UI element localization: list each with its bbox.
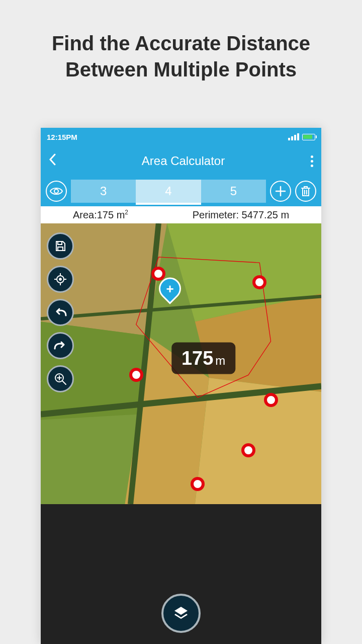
eye-icon — [50, 187, 63, 196]
status-bar: 12:15PM — [41, 128, 321, 146]
add-button[interactable] — [270, 181, 291, 202]
tab-5[interactable]: 5 — [201, 180, 266, 203]
measurement-info-row: Area:175 m2 Perimeter: 5477.25 m — [41, 206, 321, 223]
map-side-actions — [47, 232, 74, 392]
perimeter-readout: Perimeter: 5477.25 m — [193, 209, 289, 221]
floppy-icon — [54, 240, 66, 252]
polygon-vertex[interactable] — [241, 443, 255, 457]
signal-icon — [288, 133, 299, 140]
map-canvas[interactable]: + 175 m — [41, 223, 321, 644]
measurement-chip: 175 m — [171, 342, 235, 374]
zoom-in-button[interactable] — [47, 365, 74, 392]
visibility-button[interactable] — [46, 181, 67, 202]
save-button[interactable] — [47, 232, 74, 260]
crosshair-icon — [54, 273, 67, 286]
promo-headline: Find the Accurate Distance Between Multi… — [0, 0, 362, 103]
locate-button[interactable] — [47, 266, 74, 293]
polygon-vertex[interactable] — [264, 393, 278, 407]
overflow-menu-button[interactable] — [311, 155, 313, 167]
phone-frame: 12:15PM Area Calculator 3 4 5 Area:175 — [41, 128, 321, 644]
polygon-vertex[interactable] — [129, 368, 143, 382]
trash-icon — [301, 186, 311, 197]
measurement-value: 175 — [182, 347, 213, 369]
tab-3[interactable]: 3 — [71, 180, 136, 203]
plus-icon — [275, 186, 286, 197]
promo-line2: Between Multiple Points — [15, 56, 347, 83]
layers-icon — [171, 604, 191, 623]
svg-point-9 — [59, 278, 62, 281]
polygon-vertex[interactable] — [191, 477, 205, 491]
shape-tabs: 3 4 5 — [71, 180, 266, 203]
undo-button[interactable] — [47, 299, 74, 326]
status-time: 12:15PM — [47, 133, 77, 141]
redo-icon — [54, 341, 67, 351]
app-title: Area Calculator — [56, 154, 311, 168]
layers-button[interactable] — [161, 594, 201, 633]
add-point-marker[interactable]: + — [159, 277, 181, 299]
polygon-vertex[interactable] — [252, 275, 266, 289]
toolbar: 3 4 5 — [41, 176, 321, 206]
promo-line1: Find the Accurate Distance — [15, 30, 347, 56]
back-button[interactable] — [49, 153, 56, 169]
chevron-left-icon — [49, 153, 56, 166]
tab-4[interactable]: 4 — [136, 180, 201, 203]
svg-point-0 — [54, 189, 58, 193]
pin-icon: + — [154, 273, 186, 304]
area-readout: Area:175 m2 — [73, 209, 128, 221]
battery-icon — [302, 134, 315, 140]
delete-button[interactable] — [295, 181, 316, 202]
undo-icon — [54, 307, 67, 317]
redo-button[interactable] — [47, 332, 74, 359]
status-right — [288, 133, 315, 140]
app-bar: Area Calculator — [41, 146, 321, 176]
zoom-plus-icon — [54, 372, 67, 385]
measurement-unit: m — [215, 353, 225, 367]
